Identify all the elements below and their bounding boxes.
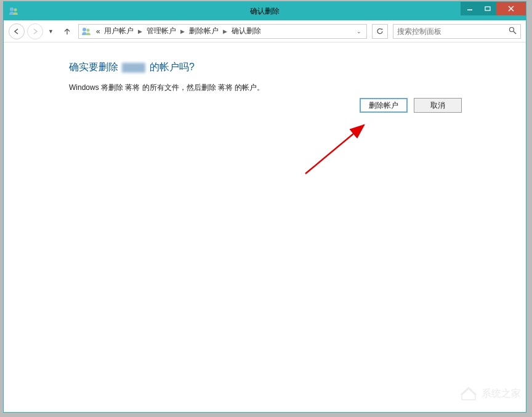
search-input[interactable] — [397, 27, 509, 36]
breadcrumb-item[interactable]: 确认删除 — [230, 26, 262, 36]
svg-point-7 — [86, 28, 89, 31]
back-button[interactable] — [9, 23, 25, 39]
toolbar: ▼ « 用户帐户 ▶ 管理帐户 ▶ 删除帐户 ▶ 确认删除 ⌄ — [4, 20, 526, 43]
cancel-button[interactable]: 取消 — [414, 98, 462, 113]
maximize-button[interactable] — [479, 2, 496, 15]
svg-point-6 — [83, 28, 86, 31]
description-text: Windows 将删除 蒋将 的所有文件，然后删除 蒋将 的帐户。 — [69, 83, 526, 93]
search-icon[interactable] — [509, 26, 517, 36]
breadcrumb-item[interactable]: 用户帐户 — [103, 26, 135, 36]
window-title: 确认删除 — [250, 6, 280, 17]
window-controls — [461, 2, 526, 15]
titlebar[interactable]: 确认删除 — [4, 2, 526, 20]
button-row: 删除帐户 取消 — [360, 98, 462, 113]
minimize-button[interactable] — [461, 2, 479, 15]
chevron-right-icon: ▶ — [179, 28, 187, 34]
refresh-icon — [376, 27, 384, 36]
house-icon — [459, 386, 478, 401]
close-button[interactable] — [496, 2, 526, 15]
heading-prefix: 确实要删除 — [69, 62, 121, 72]
delete-account-button[interactable]: 删除帐户 — [360, 98, 408, 113]
arrow-up-icon — [63, 27, 71, 36]
svg-point-1 — [14, 9, 17, 12]
chevron-right-icon: ▶ — [221, 28, 229, 34]
breadcrumb-item[interactable]: 管理帐户 — [145, 26, 177, 36]
svg-point-8 — [510, 27, 514, 31]
user-accounts-icon — [9, 6, 18, 16]
arrow-left-icon — [13, 28, 20, 35]
dialog-window: 确认删除 ▼ — [3, 1, 526, 413]
up-button[interactable] — [61, 25, 73, 38]
address-bar[interactable]: « 用户帐户 ▶ 管理帐户 ▶ 删除帐户 ▶ 确认删除 ⌄ — [78, 24, 367, 39]
breadcrumb-item[interactable]: 删除帐户 — [188, 26, 220, 36]
watermark: 系统之家 — [459, 386, 521, 401]
svg-line-9 — [514, 31, 516, 34]
redacted-username — [122, 63, 145, 73]
refresh-button[interactable] — [372, 24, 388, 39]
chevron-right-icon: ▶ — [136, 28, 144, 34]
watermark-text: 系统之家 — [482, 387, 521, 400]
svg-point-0 — [10, 7, 14, 11]
content-area: 确实要删除 的帐户吗? Windows 将删除 蒋将 的所有文件，然后删除 蒋将… — [4, 43, 526, 412]
forward-button[interactable] — [27, 23, 43, 39]
svg-rect-3 — [485, 7, 490, 10]
search-box[interactable] — [393, 24, 521, 39]
address-dropdown[interactable]: ⌄ — [354, 28, 364, 34]
arrow-right-icon — [31, 28, 39, 35]
user-accounts-icon — [81, 26, 91, 36]
breadcrumb-prefix: « — [95, 27, 102, 36]
heading-suffix: 的帐户吗? — [147, 62, 194, 72]
page-heading: 确实要删除 的帐户吗? — [69, 61, 526, 74]
history-dropdown[interactable]: ▼ — [46, 28, 56, 34]
